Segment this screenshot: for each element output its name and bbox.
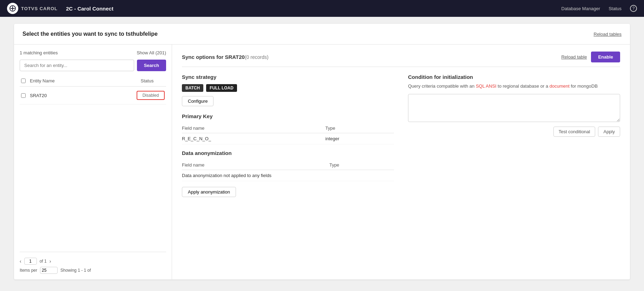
document-link[interactable]: document [550,83,570,89]
prev-page-button[interactable]: ‹ [20,258,21,264]
test-conditional-button[interactable]: Test conditional [553,127,596,137]
right-column: Condition for initialization Query crite… [408,74,620,197]
app-title: 2C - Carol Connect [66,6,113,12]
condition-actions: Test conditional Apply [408,127,620,137]
batch-badge: BATCH [182,84,203,92]
condition-desc-part1: Query criteria compatible with an [408,83,476,89]
enable-button[interactable]: Enable [591,52,620,62]
two-column-layout: Sync strategy BATCH FULL LOAD Configure … [182,74,620,197]
apply-condition-button[interactable]: Apply [598,127,620,137]
sync-entity-name: SRAT20 [225,54,245,60]
entity-row: SRAT20 Disabled [20,87,166,104]
logo-area: TOTVS CAROL [7,3,58,14]
page-total-label: of 1 [40,259,47,264]
reload-table-button[interactable]: Reload table [561,54,587,60]
sync-records-label: (0 records) [245,54,269,60]
anon-empty-row: Data anonymization not applied to any fi… [182,170,394,181]
pk-type-cell: integer [326,133,394,144]
status-link[interactable]: Status [609,6,622,11]
anon-field-name-header: Field name [182,160,329,170]
pk-type-header: Type [326,123,394,133]
totvs-logo-icon [7,3,18,14]
entity-table-header: Entity Name Status [20,75,166,87]
sync-title-prefix: Sync options for [182,54,225,60]
pagination-controls: ‹ of 1 › [20,258,166,265]
page-number-input[interactable] [24,258,37,265]
items-per-label: Items per [20,268,37,273]
col-status-header: Status [130,78,165,83]
content-area: 1 matching entities Show All (201) Searc… [14,45,630,279]
entity-checkbox[interactable] [21,93,26,98]
configure-button[interactable]: Configure [182,96,213,106]
header-nav: Database Manager Status ? [561,5,637,12]
page-wrapper: Select the entities you want to sync to … [14,24,630,279]
pk-field-name-cell: R_E_C_N_O_ [182,133,326,144]
show-all-label[interactable]: Show All (201) [137,50,166,55]
left-column: Sync strategy BATCH FULL LOAD Configure … [182,74,394,197]
matching-count-label: 1 matching entities [20,50,58,55]
search-input[interactable] [20,60,134,71]
right-panel-header: Sync options for SRAT20(0 records) Reloa… [182,52,620,67]
condition-textarea[interactable] [408,94,620,122]
next-page-button[interactable]: › [50,258,51,264]
condition-title: Condition for initialization [408,74,620,80]
help-icon[interactable]: ? [630,5,637,12]
reload-tables-button[interactable]: Reload tables [594,32,622,37]
pk-field-name-header: Field name [182,123,326,133]
sync-options-title: Sync options for SRAT20(0 records) [182,54,269,60]
anon-empty-note: Data anonymization not applied to any fi… [182,170,394,181]
page-header: Select the entities you want to sync to … [14,24,630,45]
brand-label: TOTVS CAROL [21,6,58,11]
search-button[interactable]: Search [137,60,166,71]
items-per-input[interactable] [40,267,58,274]
items-per-row: Items per Showing 1 - 1 of [20,267,166,274]
entity-status-badge[interactable]: Disabled [137,91,165,100]
apply-anonymization-button[interactable]: Apply anonymization [182,187,236,197]
right-panel: Sync options for SRAT20(0 records) Reloa… [172,45,630,279]
pagination-area: ‹ of 1 › Items per Showing 1 - 1 of [20,252,166,274]
sql-ansi-link[interactable]: SQL ANSI [476,83,497,89]
database-manager-link[interactable]: Database Manager [561,6,600,11]
col-entity-name-header: Entity Name [30,78,130,83]
data-anonymization-title: Data anonymization [182,150,394,156]
primary-key-title: Primary Key [182,113,394,119]
primary-key-table: Field name Type R_E_C_N_O_ integer [182,123,394,144]
anonymization-table: Field name Type Data anonymization not a… [182,160,394,181]
search-row: Search [20,60,166,71]
condition-desc: Query criteria compatible with an SQL AN… [408,83,620,90]
header-actions: Reload table Enable [561,52,620,62]
app-header: TOTVS CAROL 2C - Carol Connect Database … [0,0,644,17]
select-all-checkbox[interactable] [21,79,26,83]
showing-label: Showing 1 - 1 of [60,268,91,273]
sync-strategy-title: Sync strategy [182,74,394,80]
pk-row: R_E_C_N_O_ integer [182,133,394,144]
left-panel: 1 matching entities Show All (201) Searc… [14,45,172,279]
entities-count-row: 1 matching entities Show All (201) [20,50,166,55]
condition-desc-part2: to regional database or a [497,83,550,89]
anon-type-header: Type [329,160,394,170]
condition-desc-part3: for mongoDB [570,83,598,89]
entity-name-label: SRAT20 [30,93,137,98]
page-title: Select the entities you want to sync to … [22,31,158,37]
full-load-badge: FULL LOAD [206,84,237,92]
strategy-badges: BATCH FULL LOAD [182,84,394,92]
